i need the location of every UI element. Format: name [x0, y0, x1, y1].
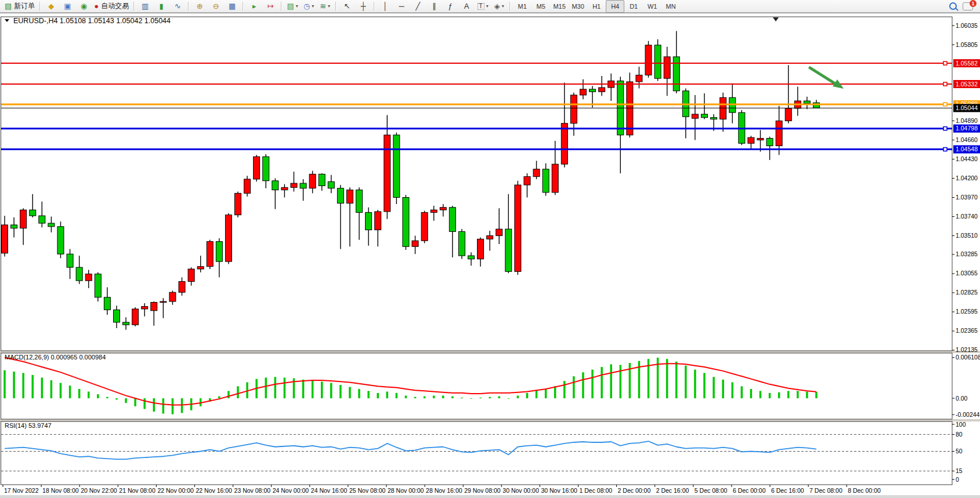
timeframe-m15-button[interactable]: M15 — [550, 0, 569, 13]
timeframe-m5-button[interactable]: M5 — [531, 0, 550, 13]
line-handle[interactable] — [943, 127, 947, 130]
macd-histogram-bar — [610, 364, 612, 398]
candle-bear — [11, 225, 17, 228]
line-handle[interactable] — [943, 82, 947, 86]
shapes-icon: ◈ — [494, 2, 500, 10]
timeframe-w1-button[interactable]: W1 — [643, 0, 661, 13]
candle-bull — [20, 210, 27, 228]
pane-splitter[interactable] — [0, 351, 980, 353]
price-axis-label: 1.02825 — [956, 289, 978, 296]
fibonacci-button[interactable]: ƒ — [442, 0, 458, 13]
candle-bear — [113, 310, 120, 322]
line-handle[interactable] — [943, 61, 947, 65]
macd-histogram-bar — [536, 390, 538, 398]
candle-bull — [142, 307, 148, 309]
signals-button[interactable]: ◉ — [75, 0, 92, 13]
time-axis-label: 23 Nov 08:00 — [234, 487, 271, 494]
macd-histogram-bar — [508, 398, 510, 399]
timeframe-d1-button[interactable]: D1 — [624, 0, 643, 13]
vertical-line-button[interactable]: │ — [377, 0, 393, 13]
zoom-in-button[interactable]: ⊕ — [191, 0, 208, 13]
price-badge-label: 1.05332 — [956, 81, 978, 88]
macd-histogram-bar — [330, 383, 332, 398]
candle-bear — [263, 157, 269, 181]
macd-histogram-bar — [78, 389, 81, 398]
search-icon[interactable] — [949, 2, 957, 10]
line-chart-button[interactable]: ∿ — [169, 0, 186, 13]
time-axis-label: 17 Nov 2022 — [4, 487, 39, 494]
chevron-down-icon[interactable]: ▾ — [296, 3, 298, 9]
shapes-button[interactable]: ◈▾ — [491, 0, 507, 13]
auto-scroll-button[interactable]: ▸ — [246, 0, 262, 13]
pane-splitter[interactable] — [0, 419, 980, 421]
cursor-button[interactable]: ↖ — [339, 0, 355, 13]
indicators-button[interactable]: ≋▾ — [317, 0, 333, 13]
price-badge-label: 1.04548 — [956, 146, 978, 152]
chevron-down-icon[interactable]: ▾ — [312, 3, 314, 9]
chart-window: EURUSD-,H4 1.05108 1.05143 1.05042 1.050… — [0, 13, 980, 498]
chevron-down-icon[interactable]: ▾ — [502, 3, 504, 9]
market-watch-button[interactable]: ◆ — [43, 0, 59, 13]
timeframe-m30-button[interactable]: M30 — [569, 0, 587, 13]
toolbar-group: ◆▣◉●自动交易 — [43, 0, 131, 13]
macd-histogram-bar — [115, 398, 118, 399]
zoom-out-button[interactable]: ⊖ — [208, 0, 224, 13]
macd-histogram-bar — [620, 365, 622, 399]
data-window-button[interactable]: ▣ — [59, 0, 75, 13]
macd-histogram-bar — [60, 383, 62, 398]
price-badge-label: 1.05582 — [956, 60, 978, 67]
horizontal-line-button[interactable]: ─ — [393, 0, 410, 13]
text-label-button[interactable]: T▾ — [475, 0, 491, 13]
bar-chart-button[interactable]: ▥ — [137, 0, 153, 13]
timeframe-h4-button[interactable]: H4 — [606, 0, 624, 13]
candle-bull — [281, 187, 288, 190]
new-order-button[interactable]: ▤新订单 — [2, 0, 37, 13]
candle-bear — [319, 174, 325, 186]
chevron-down-icon[interactable]: ▾ — [486, 3, 489, 9]
chart-shift-button[interactable]: ↦ — [262, 0, 279, 13]
equidistant-channel-button[interactable]: ∥ — [426, 0, 442, 13]
line-handle[interactable] — [943, 103, 947, 106]
macd-histogram-bar — [582, 372, 584, 398]
macd-histogram-bar — [778, 392, 780, 398]
time-axis-label: 22 Nov 00:00 — [157, 487, 194, 494]
toolbar-separator — [281, 2, 282, 11]
toolbar-right: 1 — [949, 2, 978, 10]
macd-histogram-bar — [591, 370, 594, 398]
macd-histogram-bar — [713, 377, 715, 398]
candle-bull — [496, 229, 502, 235]
crosshair-button[interactable]: ┼ — [355, 0, 371, 13]
macd-histogram-bar — [172, 398, 174, 415]
candle-bear — [458, 231, 465, 256]
rsi-label: RSI(14) 53.9747 — [5, 422, 52, 429]
timeframe-h1-button[interactable]: H1 — [587, 0, 606, 13]
candle-bear — [95, 274, 101, 297]
candlestick-chart-button[interactable]: ▮ — [153, 0, 169, 13]
trendline-button[interactable]: ╱ — [410, 0, 426, 13]
line-handle[interactable] — [943, 148, 947, 151]
candle-bull — [151, 302, 157, 310]
candle-bear — [701, 114, 708, 118]
timeframe-m1-button[interactable]: M1 — [513, 0, 531, 13]
candle-bull — [412, 241, 418, 246]
chart-canvas[interactable]: EURUSD-,H4 1.05108 1.05143 1.05042 1.050… — [0, 13, 980, 498]
macd-histogram-bar — [414, 397, 417, 398]
candle-bear — [39, 216, 45, 223]
price-axis-label: 1.02135 — [956, 346, 978, 353]
chevron-down-icon[interactable]: ▾ — [328, 3, 330, 9]
text-button[interactable]: A — [458, 0, 475, 13]
text-label-icon: T — [478, 3, 484, 10]
macd-histogram-bar — [377, 393, 379, 398]
macd-histogram-bar — [339, 385, 342, 398]
macd-histogram-bar — [321, 381, 323, 398]
price-axis-label: 1.04430 — [956, 155, 978, 162]
autotrading-button[interactable]: ●自动交易 — [92, 0, 131, 13]
new-chart-button[interactable]: ▤▾ — [284, 0, 301, 13]
notifications-icon[interactable]: 1 — [963, 2, 973, 10]
timeframe-mn-button[interactable]: MN — [661, 0, 680, 13]
period-button[interactable]: ◷▾ — [301, 0, 317, 13]
toolbar-group: ▸↦ — [246, 0, 279, 13]
candle-bull — [375, 212, 381, 230]
macd-histogram-bar — [760, 391, 762, 398]
tile-windows-button[interactable]: ▦ — [224, 0, 240, 13]
